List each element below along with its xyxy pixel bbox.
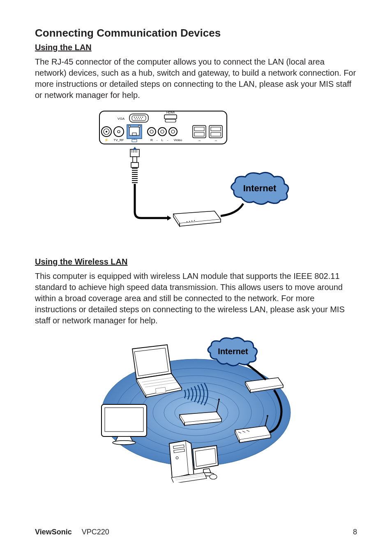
svg-marker-58: [133, 147, 137, 150]
section-heading-wlan: Using the Wireless LAN: [35, 257, 357, 267]
svg-point-63: [194, 220, 195, 221]
modem-icon: [173, 211, 221, 226]
page-title: Connecting Communication Devices: [35, 27, 357, 39]
label-hdmi: HDMI: [166, 111, 175, 114]
svg-rect-77: [105, 408, 143, 432]
label-tvrf: TV_RF: [113, 138, 124, 142]
cloud-label-lan: Internet: [243, 183, 277, 193]
svg-text:-: -: [157, 138, 158, 142]
lan-diagram-svg: VGA HDMI ⚡ TV_RF: [97, 109, 295, 237]
svg-point-61: [189, 221, 190, 222]
page-footer: ViewSonic VPC220 8: [35, 528, 357, 536]
svg-point-87: [267, 415, 268, 417]
figure-lan-diagram: VGA HDMI ⚡ TV_RF: [35, 109, 357, 237]
svg-point-78: [113, 441, 136, 445]
footer-model: VPC220: [82, 528, 109, 536]
svg-point-4: [136, 117, 137, 118]
document-page: Connecting Communication Devices Using t…: [0, 0, 392, 557]
svg-point-62: [191, 220, 192, 221]
svg-rect-48: [133, 157, 137, 162]
footer-page-number: 8: [353, 528, 357, 536]
svg-point-8: [135, 118, 136, 119]
section-body-lan: The RJ-45 connector of the computer allo…: [35, 56, 357, 101]
svg-marker-59: [167, 216, 171, 220]
label-video: Video: [174, 138, 182, 142]
svg-point-3: [134, 117, 135, 118]
section-body-wlan: This computer is equipped with wireless …: [35, 271, 357, 326]
rj45-port-icon: [127, 125, 142, 139]
svg-point-10: [139, 118, 140, 119]
label-r: R: [150, 138, 153, 142]
svg-rect-22: [132, 133, 136, 135]
svg-point-11: [141, 118, 142, 119]
svg-point-6: [140, 117, 141, 118]
svg-point-7: [142, 117, 143, 118]
svg-point-85: [210, 474, 217, 479]
label-l: L: [161, 138, 164, 142]
svg-rect-43: [130, 149, 139, 157]
svg-rect-23: [129, 125, 130, 127]
svg-point-71: [218, 399, 220, 400]
svg-text:-: -: [167, 138, 168, 142]
svg-point-16: [106, 131, 107, 132]
footer-brand: ViewSonic: [35, 528, 72, 536]
svg-point-5: [138, 117, 139, 118]
label-vga: VGA: [118, 117, 125, 121]
svg-point-9: [137, 118, 138, 119]
wan-cable-icon: [221, 204, 243, 216]
cloud-label-wlan: Internet: [218, 347, 248, 356]
wlan-diagram-svg: Internet: [93, 334, 299, 483]
svg-rect-24: [138, 125, 140, 127]
svg-rect-49: [131, 162, 138, 167]
figure-wlan-diagram: Internet: [35, 334, 357, 483]
section-heading-lan: Using the LAN: [35, 43, 357, 52]
computer-back-panel-icon: VGA HDMI ⚡ TV_RF: [99, 111, 227, 144]
svg-point-60: [187, 221, 187, 222]
internet-cloud-icon: Internet: [231, 172, 288, 204]
svg-text:⚡: ⚡: [104, 138, 108, 142]
ethernet-plug-icon: [130, 147, 171, 220]
